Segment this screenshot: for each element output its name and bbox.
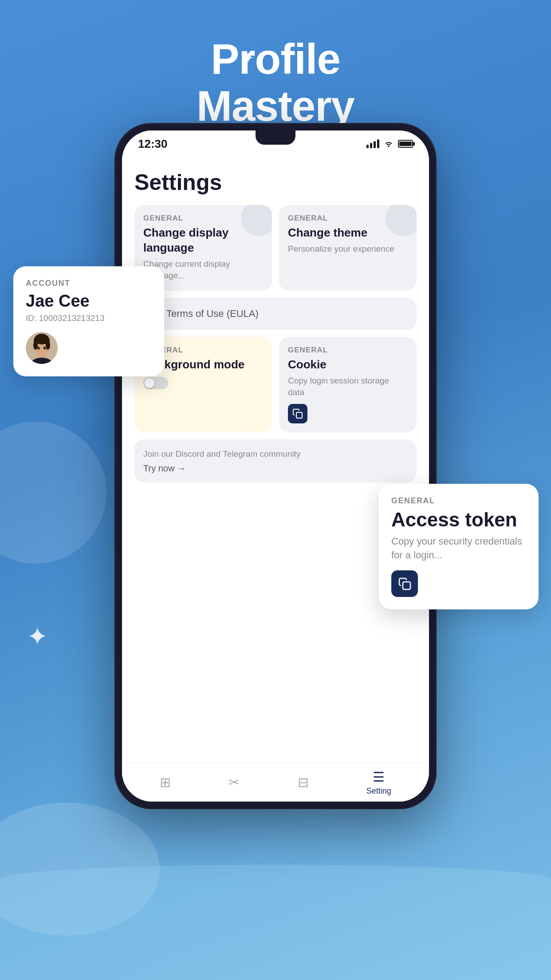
cookie-copy-button[interactable] — [288, 404, 307, 423]
copy-icon — [292, 408, 303, 419]
account-avatar — [26, 332, 58, 364]
access-copy-icon — [398, 577, 412, 591]
theme-card[interactable]: GENERAL Change theme Personalize your ex… — [279, 205, 417, 291]
account-card-id: ID: 10003213213213 — [26, 313, 152, 323]
bg-circle-left — [0, 422, 106, 564]
svg-point-8 — [46, 341, 50, 350]
cookie-title: Cookie — [288, 357, 408, 372]
bg-mode-toggle-wrap — [143, 377, 263, 391]
screen-content: Settings GENERAL Change display language… — [122, 157, 429, 802]
battery-icon — [398, 140, 413, 148]
nav-item-list[interactable]: ⊟ — [298, 775, 309, 790]
phone-notch — [256, 130, 295, 145]
access-card-desc: Copy your security credentials for a log… — [391, 535, 526, 562]
settings-grid: GENERAL Change display language Change c… — [134, 205, 417, 482]
status-icons — [366, 138, 413, 150]
phone-inner: 12:30 Settings GENERAL — [122, 130, 429, 802]
sparkle-left-icon: ✦ — [27, 621, 48, 652]
bg-wave-bottom — [0, 865, 551, 980]
svg-point-11 — [39, 347, 40, 348]
signal-bars-icon — [366, 139, 379, 148]
access-card-label: GENERAL — [391, 496, 526, 506]
nav-item-tools[interactable]: ✂ — [228, 775, 240, 790]
community-card[interactable]: Join our Discord and Telegram community … — [134, 439, 417, 483]
floating-account-card: ACCOUNT Jae Cee ID: 10003213213213 — [13, 266, 164, 376]
terms-text: Terms of Use (EULA) — [166, 308, 259, 320]
nav-grid-icon: ⊞ — [160, 775, 171, 790]
title-line1: Profile — [211, 35, 340, 83]
status-time: 12:30 — [138, 137, 168, 151]
nav-item-grid[interactable]: ⊞ — [160, 775, 171, 790]
page-title-wrap: Profile Mastery — [0, 36, 551, 129]
try-now-link[interactable]: Try now → — [143, 463, 408, 474]
nav-list-icon: ⊟ — [298, 775, 309, 790]
account-card-label: ACCOUNT — [26, 279, 152, 288]
theme-card-desc: Personalize your experience — [288, 243, 408, 255]
account-card-name: Jae Cee — [26, 292, 152, 311]
page-title: Profile Mastery — [0, 36, 551, 129]
cookie-card[interactable]: GENERAL Cookie Copy login session storag… — [279, 337, 417, 432]
wifi-icon — [384, 138, 394, 150]
nav-tools-icon: ✂ — [228, 775, 240, 790]
avatar-svg — [26, 332, 58, 364]
terms-row[interactable]: Terms of Use (EULA) — [134, 298, 417, 330]
bottom-nav: ⊞ ✂ ⊟ ☰ Setting — [122, 763, 429, 802]
nav-item-setting[interactable]: ☰ Setting — [366, 769, 391, 796]
svg-rect-0 — [296, 412, 302, 418]
title-line2: Mastery — [197, 82, 354, 130]
status-bar: 12:30 — [122, 130, 429, 157]
svg-point-7 — [33, 341, 38, 350]
floating-access-card: GENERAL Access token Copy your security … — [379, 484, 539, 609]
settings-title: Settings — [134, 170, 417, 195]
community-text: Join our Discord and Telegram community — [143, 448, 408, 460]
cookie-label: GENERAL — [288, 346, 408, 355]
svg-point-12 — [45, 347, 46, 348]
nav-setting-label: Setting — [366, 786, 391, 796]
phone-frame: 12:30 Settings GENERAL — [116, 124, 435, 808]
nav-setting-icon: ☰ — [373, 769, 385, 785]
access-token-copy-button[interactable] — [391, 570, 418, 597]
bg-mode-toggle[interactable] — [143, 377, 168, 389]
svg-rect-13 — [403, 582, 410, 589]
access-card-title: Access token — [391, 509, 526, 530]
cookie-desc: Copy login session storage data — [288, 375, 408, 399]
